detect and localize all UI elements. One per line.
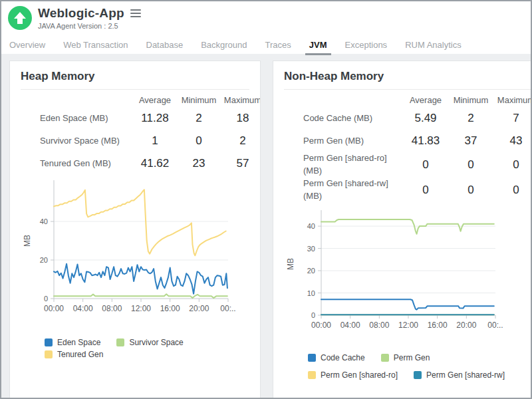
legend-label: Perm Gen [shared-ro] [321, 370, 398, 380]
table-header-row: AverageMinimumMaximum [10, 92, 260, 107]
table-header-row: AverageMinimumMaximum [273, 92, 531, 107]
header: Weblogic-App JAVA Agent Version : 2.5 Ov… [1, 1, 531, 54]
legend-item-tenured-gen[interactable]: Tenured Gen [45, 350, 103, 359]
heap-memory-panel: Heap Memory AverageMinimumMaximumEden Sp… [9, 61, 261, 398]
tab-exceptions[interactable]: Exceptions [345, 40, 388, 55]
metric-label: Perm Gen [shared-ro] (MB) [303, 152, 403, 178]
table-row: Eden Space (MB)11.28218 [10, 107, 260, 130]
agent-version-label: JAVA Agent Version : 2.5 [38, 22, 142, 30]
tab-database[interactable]: Database [146, 40, 184, 55]
legend-item-code-cache[interactable]: Code Cache [308, 353, 365, 362]
metric-value: 0 [403, 184, 448, 197]
svg-text:40: 40 [307, 222, 315, 230]
svg-text:16:00: 16:00 [160, 304, 180, 313]
legend-label: Tenured Gen [57, 350, 103, 359]
svg-text:12:00: 12:00 [398, 321, 418, 330]
tab-overview[interactable]: Overview [9, 40, 45, 55]
app-window: Weblogic-App JAVA Agent Version : 2.5 Ov… [0, 0, 532, 399]
svg-text:00:..: 00:.. [487, 321, 503, 330]
svg-text:0: 0 [311, 311, 315, 319]
heap-memory-table: AverageMinimumMaximumEden Space (MB)11.2… [10, 92, 260, 175]
column-header: Minimum [177, 95, 221, 105]
legend-swatch-icon [45, 338, 53, 346]
svg-text:08:00: 08:00 [369, 321, 389, 330]
tab-jvm[interactable]: JVM [305, 40, 331, 55]
svg-text:20: 20 [40, 256, 48, 264]
svg-text:00:00: 00:00 [311, 321, 331, 330]
tab-rum-analytics[interactable]: RUM Analytics [405, 40, 462, 55]
panel-title: Heap Memory [21, 70, 249, 83]
non-heap-memory-legend: Code CachePerm GenPerm Gen [shared-ro]Pe… [308, 352, 531, 382]
legend-item-perm-gen[interactable]: Perm Gen [381, 353, 430, 362]
legend-swatch-icon [116, 338, 124, 346]
divider [284, 89, 531, 90]
column-header: Average [133, 95, 177, 105]
table-row: Perm Gen [shared-rw] (MB)000 [273, 178, 531, 203]
page-title: Weblogic-App [38, 6, 124, 21]
metric-value: 11.28 [133, 112, 177, 125]
metric-value: 7 [493, 112, 531, 125]
svg-text:20: 20 [307, 267, 315, 275]
metric-value: 37 [448, 134, 493, 148]
metric-label: Eden Space (MB) [40, 112, 133, 125]
metric-value: 2 [221, 134, 261, 148]
legend-item-eden-space[interactable]: Eden Space [45, 338, 100, 347]
brand-text: Weblogic-App JAVA Agent Version : 2.5 [38, 6, 142, 30]
metric-value: 41.83 [403, 134, 448, 148]
metric-value: 0 [403, 158, 448, 172]
non-heap-memory-table: AverageMinimumMaximumCode Cache (MB)5.49… [273, 92, 531, 202]
svg-text:16:00: 16:00 [428, 321, 448, 330]
brand-row: Weblogic-App JAVA Agent Version : 2.5 [1, 1, 531, 35]
legend-swatch-icon [381, 354, 389, 362]
metric-value: 1 [133, 134, 177, 148]
metric-value: 0 [448, 158, 493, 172]
tab-background[interactable]: Background [201, 40, 247, 55]
metric-value: 2 [177, 112, 221, 125]
legend-row: Perm Gen [shared-ro]Perm Gen [shared-rw] [308, 370, 531, 382]
svg-text:MB: MB [23, 235, 32, 247]
legend-label: Survivor Space [129, 338, 183, 347]
tab-web-transaction[interactable]: Web Transaction [63, 40, 128, 55]
svg-text:MB: MB [286, 258, 295, 270]
non-heap-memory-panel: Non-Heap Memory AverageMinimumMaximumCod… [273, 61, 531, 398]
svg-text:30: 30 [307, 245, 315, 253]
hamburger-menu-icon[interactable] [129, 8, 142, 19]
heap-memory-legend: Eden SpaceSurvivor SpaceTenured Gen [45, 337, 260, 361]
column-header: Minimum [448, 95, 493, 105]
column-header: Maximum [221, 95, 261, 105]
tab-bar: OverviewWeb TransactionDatabaseBackgroun… [1, 35, 531, 54]
svg-text:0: 0 [44, 295, 48, 303]
legend-swatch-icon [308, 371, 316, 379]
table-row: Tenured Gen (MB)41.622357 [10, 152, 260, 175]
metric-value: 5.49 [403, 112, 448, 125]
svg-text:12:00: 12:00 [131, 304, 151, 313]
panel-title: Non-Heap Memory [284, 70, 531, 83]
legend-item-perm-gen-shared-rw-[interactable]: Perm Gen [shared-rw] [414, 370, 505, 380]
metric-value: 0 [448, 184, 493, 197]
legend-label: Perm Gen [394, 353, 430, 362]
svg-text:04:00: 04:00 [340, 321, 360, 330]
svg-text:10: 10 [307, 289, 315, 297]
legend-swatch-icon [45, 350, 53, 358]
tab-traces[interactable]: Traces [265, 40, 291, 55]
legend-label: Eden Space [57, 338, 100, 347]
metric-value: 18 [221, 112, 261, 125]
heap-memory-chart-svg: 0204000:0004:0008:0012:0016:0020:0000:..… [15, 175, 260, 324]
metric-value: 43 [493, 134, 531, 148]
metric-label: Perm Gen (MB) [303, 135, 403, 148]
divider [21, 89, 249, 90]
app-status-up-arrow-icon [8, 6, 32, 30]
svg-text:40: 40 [40, 217, 48, 225]
metric-value: 0 [493, 158, 531, 172]
legend-swatch-icon [414, 371, 422, 379]
heap-memory-chart: 0204000:0004:0008:0012:0016:0020:0000:..… [15, 175, 260, 327]
legend-item-survivor-space[interactable]: Survivor Space [116, 338, 183, 347]
column-header: Average [403, 95, 448, 105]
table-row: Code Cache (MB)5.4927 [273, 107, 531, 130]
metric-label: Code Cache (MB) [303, 112, 403, 125]
legend-row: Eden SpaceSurvivor SpaceTenured Gen [45, 337, 260, 361]
svg-text:00:00: 00:00 [44, 304, 64, 313]
legend-item-perm-gen-shared-ro-[interactable]: Perm Gen [shared-ro] [308, 370, 398, 380]
legend-row: Code CachePerm Gen [308, 352, 531, 364]
table-row: Perm Gen (MB)41.833743 [273, 130, 531, 152]
